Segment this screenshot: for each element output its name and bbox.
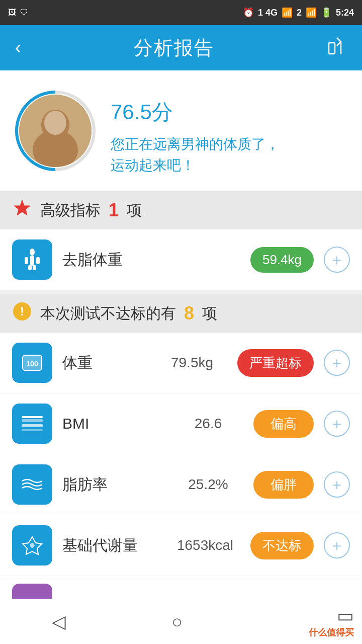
bmi-add-button[interactable]: ＋ [324,411,350,437]
bmr-icon [12,525,52,566]
recents-square-icon: ▭ [337,605,354,626]
home-circle-icon: ○ [171,611,183,632]
signal-2: 2 [297,8,302,18]
svg-text:100: 100 [26,360,38,368]
bmr-badge: 不达标 [250,532,314,559]
brand-label: 什么值得买 [309,626,354,638]
metric-row-bmr: 基础代谢量 1653kcal 不达标 ＋ [0,515,362,576]
back-triangle-icon: ◁ [52,611,66,632]
advanced-count: 1 [109,200,119,221]
bmr-add-button[interactable]: ＋ [324,532,350,558]
back-button[interactable]: ‹ [15,37,21,58]
weight-name: 体重 [62,353,147,373]
score-info: 76.5分 您正在远离男神的体质了，运动起来吧！ [111,86,347,176]
svg-rect-11 [36,257,40,264]
fat-rate-name: 脂肪率 [62,474,163,495]
share-button[interactable] [327,36,347,60]
weight-badge: 严重超标 [237,349,314,377]
score-description: 您正在远离男神的体质了，运动起来吧！ [111,134,347,176]
score-main: 76 [111,100,134,124]
bottom-nav: ◁ ○ ▭ 什么值得买 [0,599,362,644]
svg-marker-7 [14,200,30,215]
fail-count: 8 [184,303,194,324]
page-title: 分析报告 [134,35,214,61]
svg-rect-13 [33,265,36,270]
svg-rect-20 [22,429,43,431]
fat-rate-value: 25.2% [173,476,243,493]
avatar-container [15,91,96,171]
fail-label: 本次测试不达标的有 [40,303,176,324]
svg-rect-18 [22,419,43,422]
status-bar: 🖼 🛡 ⏰ 1 4G 📶 2 📶 🔋 5:24 [0,0,362,25]
svg-point-8 [30,249,35,256]
star-icon [12,198,32,222]
alarm-icon: ⏰ [243,7,254,18]
recents-nav-button[interactable]: ▭ 什么值得买 [236,605,362,638]
fail-unit: 项 [202,303,217,324]
bmr-name: 基础代谢量 [62,535,160,556]
score-section: 76.5分 您正在远离男神的体质了，运动起来吧！ [0,70,362,191]
signal-4g: 1 4G [258,8,278,18]
avatar [19,95,92,167]
fail-section-header: ! 本次测试不达标的有 8 项 [0,294,362,333]
advanced-unit: 项 [127,200,142,221]
svg-rect-0 [329,43,335,54]
weight-value: 79.5kg [157,355,227,371]
home-nav-button[interactable]: ○ [118,611,236,632]
advanced-label: 高级指标 [40,200,101,221]
wifi-icon: 📶 [282,7,293,18]
status-bar-left: 🖼 🛡 [8,8,28,17]
gallery-icon: 🖼 [8,8,16,17]
weight-icon: 100 [12,343,52,383]
score-display: 76.5分 [111,86,347,126]
svg-point-6 [44,111,66,135]
title-bar: ‹ 分析报告 [0,25,362,70]
score-sub: .5分 [134,100,173,124]
bmi-badge: 偏高 [253,410,314,438]
fat-rate-add-button[interactable]: ＋ [324,471,350,498]
svg-rect-21 [22,416,43,418]
svg-rect-10 [25,257,28,264]
back-nav-button[interactable]: ◁ [0,611,118,632]
lean-mass-icon [12,239,52,280]
metric-row-bmi: BMI 26.6 偏高 ＋ [0,393,362,454]
svg-rect-9 [30,256,34,266]
fat-rate-icon [12,464,52,505]
bmr-value: 1653kcal [170,537,240,553]
svg-rect-12 [28,265,32,270]
metric-row-weight: 100 体重 79.5kg 严重超标 ＋ [0,333,362,393]
metric-row-fat-rate: 脂肪率 25.2% 偏胖 ＋ [0,454,362,515]
time: 5:24 [336,8,354,18]
weight-add-button[interactable]: ＋ [324,350,350,376]
svg-text:!: ! [20,304,24,318]
metric-row-lean-mass: 去脂体重 59.4kg ＋ [0,229,362,290]
bmi-name: BMI [62,415,163,432]
status-bar-right: ⏰ 1 4G 📶 2 📶 🔋 5:24 [243,7,354,18]
lean-mass-add-button[interactable]: ＋ [324,247,350,273]
signal-bars: 📶 [306,7,317,18]
shield-icon: 🛡 [20,8,28,17]
advanced-section-header: 高级指标 1 项 [0,191,362,229]
bmi-value: 26.6 [173,416,243,432]
battery-icon: 🔋 [321,7,332,18]
lean-mass-name: 去脂体重 [62,250,240,270]
svg-rect-19 [22,424,43,427]
lean-mass-badge: 59.4kg [250,247,314,273]
fat-rate-badge: 偏胖 [253,471,314,499]
warning-icon: ! [12,301,32,326]
bmi-icon [12,404,52,444]
